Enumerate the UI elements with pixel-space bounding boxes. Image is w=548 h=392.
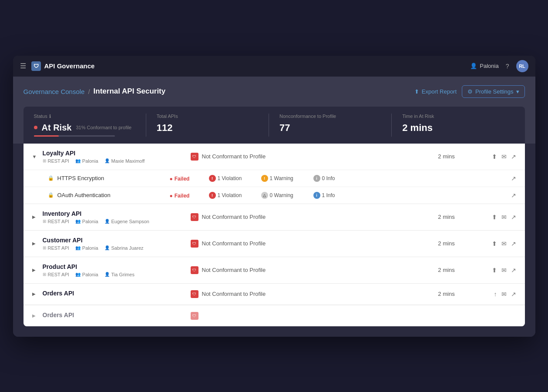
- shield-nonconformant-icon: 🛡: [191, 213, 198, 221]
- nav-left: ☰ 🛡 API Governance: [20, 61, 95, 71]
- upload-icon[interactable]: ↑: [494, 291, 497, 298]
- external-link-icon[interactable]: ↗: [511, 267, 516, 274]
- https-status: ● Failed: [170, 174, 209, 182]
- owner-icon: 👤: [104, 245, 110, 250]
- api-row-product[interactable]: ▶ Product API ⊞ REST API 👥 Palonia: [24, 257, 525, 283]
- export-label: Export Report: [422, 88, 457, 95]
- user-menu[interactable]: 👤 Palonia: [470, 63, 498, 69]
- oauth-violations: ! 1 Violation: [209, 192, 261, 199]
- hamburger-menu[interactable]: ☰: [20, 62, 26, 70]
- profile-settings-button[interactable]: ⚙ Profile Settings ▾: [462, 85, 524, 98]
- time-inventory: 2 mins: [420, 214, 473, 220]
- export-report-button[interactable]: ⬆ Export Report: [414, 88, 457, 95]
- api-group-orders: ▶ Orders API 🛡 Not Conformant to Profile…: [24, 284, 525, 305]
- time-at-risk-label: Time in At Risk: [402, 114, 504, 119]
- breadcrumb-bar: Governance Console / Internal API Securi…: [24, 85, 525, 98]
- email-icon[interactable]: ✉: [501, 240, 507, 247]
- owner-icon: 👤: [104, 219, 110, 224]
- share-icon[interactable]: ⬆: [492, 240, 497, 247]
- email-icon[interactable]: ✉: [501, 153, 507, 160]
- brand-logo: 🛡 API Governance: [31, 61, 95, 71]
- api-name-inventory: Inventory API: [43, 210, 191, 217]
- rule-icon-oauth: 🔒: [48, 192, 54, 198]
- share-icon[interactable]: ⬆: [492, 153, 497, 160]
- status-stat: Status ℹ At Risk 31% Conformant to profi…: [34, 114, 146, 137]
- violation-count: 1 Violation: [218, 175, 242, 181]
- api-owner-inventory: 👤 Eugene Sampson: [104, 219, 149, 224]
- api-name-customer: Customer API: [43, 237, 191, 244]
- api-owner-customer: 👤 Sabrina Juarez: [104, 245, 144, 251]
- conformance-inventory: 🛡 Not Conformant to Profile: [191, 213, 420, 221]
- api-group-product: ▶ Product API ⊞ REST API 👥 Palonia: [24, 257, 525, 284]
- conformant-progress-bar: [34, 135, 115, 137]
- warning-badge: !: [261, 175, 268, 182]
- api-row-orders[interactable]: ▶ Orders API 🛡 Not Conformant to Profile…: [24, 284, 525, 305]
- api-name-orders: Orders API: [43, 290, 191, 297]
- api-type-label: REST API: [48, 158, 69, 164]
- external-link-icon[interactable]: ↗: [511, 214, 516, 221]
- nonconformance-label: Nonconformance to Profile: [279, 114, 381, 119]
- org-name: Palonia: [82, 158, 98, 164]
- total-apis-stat: Total APIs 112: [146, 114, 269, 137]
- shield-nonconformant-icon: 🛡: [191, 290, 198, 298]
- api-org-product: 👥 Palonia: [75, 272, 98, 277]
- time-at-risk-stat: Time in At Risk 2 mins: [392, 114, 514, 137]
- share-icon[interactable]: ⬆: [492, 267, 497, 274]
- org-icon: 👥: [75, 219, 81, 224]
- api-type-loyalty: ⊞ REST API: [43, 158, 69, 164]
- page-title: Internal API Security: [94, 87, 166, 96]
- warning-badge-oauth: △: [261, 192, 268, 199]
- external-link-icon[interactable]: ↗: [511, 153, 516, 160]
- api-row-loyalty[interactable]: ▼ Loyalty API ⊞ REST API 👥 Palonia: [24, 144, 525, 170]
- conformant-pct: 31% Conformant to profile: [76, 125, 131, 130]
- chevron-right-icon: ▶: [32, 313, 41, 318]
- conformance-label: Not Conformant to Profile: [202, 153, 266, 160]
- shield-nonconformant-icon: 🛡: [191, 153, 198, 161]
- content-area: Governance Console / Internal API Securi…: [13, 77, 535, 144]
- conformance-product: 🛡 Not Conformant to Profile: [191, 266, 420, 274]
- breadcrumb-link[interactable]: Governance Console: [24, 88, 85, 95]
- external-link-icon[interactable]: ↗: [511, 240, 516, 247]
- api-org-inventory: 👥 Palonia: [75, 219, 98, 224]
- api-meta-loyalty: ⊞ REST API 👥 Palonia 👤 Maxie Maximoff: [43, 158, 191, 164]
- conformance-label: Not Conformant to Profile: [202, 214, 266, 220]
- user-icon: 👤: [470, 63, 477, 69]
- org-icon: 👥: [75, 245, 81, 250]
- brand-shield-icon: 🛡: [31, 61, 41, 71]
- email-icon[interactable]: ✉: [501, 267, 507, 274]
- actions-inventory: ⬆ ✉ ↗: [473, 214, 516, 221]
- breadcrumb-separator: /: [88, 88, 90, 95]
- nonconformance-stat: Nonconformance to Profile 77: [269, 114, 392, 137]
- external-link-icon-oauth[interactable]: ↗: [511, 192, 516, 199]
- sub-row-https: 🔒 HTTPS Encryption ● Failed ! 1 Violatio…: [24, 170, 525, 187]
- external-link-icon-https[interactable]: ↗: [511, 175, 516, 182]
- actions-orders: ↑ ✉ ↗: [473, 291, 516, 298]
- status-badge-oauth: ● Failed: [170, 193, 190, 199]
- api-row-inventory[interactable]: ▶ Inventory API ⊞ REST API 👥 Palonia: [24, 204, 525, 230]
- api-info-loyalty: Loyalty API ⊞ REST API 👥 Palonia: [43, 150, 191, 164]
- failed-label: Failed: [175, 193, 190, 199]
- api-info-orders: Orders API: [43, 290, 191, 298]
- rule-name-oauth: OAuth Authentication: [57, 192, 111, 198]
- conformance-orders2: 🛡: [191, 312, 516, 320]
- email-icon[interactable]: ✉: [501, 291, 507, 298]
- api-row-customer[interactable]: ▶ Customer API ⊞ REST API 👥 Palonia: [24, 231, 525, 257]
- share-icon[interactable]: ⬆: [492, 214, 497, 221]
- oauth-actions: ↗: [357, 192, 516, 199]
- warning-count-oauth: 0 Warning: [270, 192, 293, 198]
- chevron-right-icon: ▶: [32, 268, 41, 272]
- owner-icon: 👤: [104, 158, 110, 163]
- shield-nonconformant-icon: 🛡: [191, 266, 198, 274]
- external-link-icon[interactable]: ↗: [511, 291, 516, 298]
- api-group-customer: ▶ Customer API ⊞ REST API 👥 Palonia: [24, 231, 525, 257]
- api-type-product: ⊞ REST API: [43, 272, 69, 277]
- help-icon[interactable]: ?: [506, 63, 509, 70]
- actions-loyalty: ⬆ ✉ ↗: [473, 153, 516, 160]
- api-type-icon: ⊞: [43, 272, 46, 277]
- nav-right: 👤 Palonia ? RL: [470, 60, 528, 72]
- actions-product: ⬆ ✉ ↗: [473, 267, 516, 274]
- email-icon[interactable]: ✉: [501, 214, 507, 221]
- header-actions: ⬆ Export Report ⚙ Profile Settings ▾: [414, 85, 525, 98]
- avatar[interactable]: RL: [516, 60, 528, 72]
- https-warnings: ! 1 Warning: [261, 175, 313, 182]
